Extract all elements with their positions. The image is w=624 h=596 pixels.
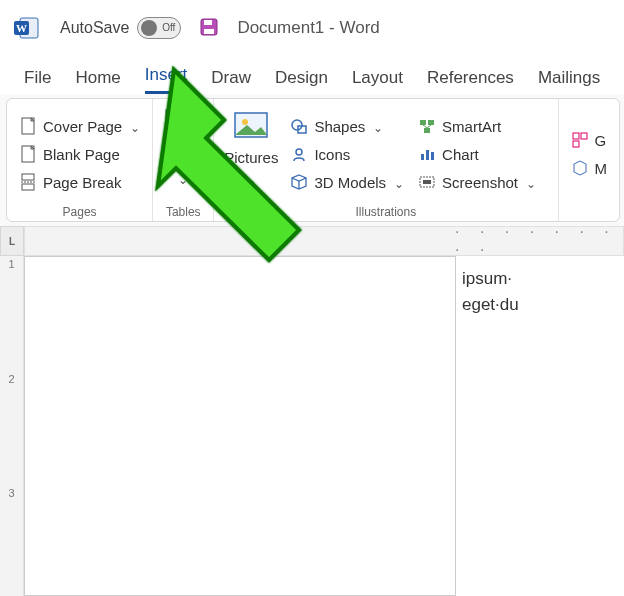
- icons-button[interactable]: Icons: [288, 143, 406, 165]
- doc-text-region[interactable]: ipsum· eget·du: [456, 256, 624, 596]
- toggle-knob-icon: [141, 20, 157, 36]
- word-logo-icon: W: [14, 16, 40, 40]
- ribbon-tabbar: File Home Insert Draw Design Layout Refe…: [0, 56, 624, 94]
- svg-point-18: [242, 119, 248, 125]
- document-title: Document1 - Word: [237, 18, 379, 38]
- save-icon[interactable]: [199, 17, 219, 40]
- svg-rect-9: [22, 184, 34, 190]
- svg-line-25: [423, 125, 427, 128]
- autosave-toggle[interactable]: Off: [137, 17, 181, 39]
- cover-page-label: Cover Page: [43, 118, 122, 135]
- vruler-1: 1: [0, 256, 23, 371]
- tab-file[interactable]: File: [24, 68, 51, 94]
- chevron-down-icon: [178, 170, 188, 187]
- chevron-down-icon: [524, 174, 536, 191]
- cover-page-button[interactable]: Cover Page: [17, 115, 142, 137]
- pictures-button[interactable]: Pictures: [224, 105, 278, 203]
- screenshot-button[interactable]: Screenshot: [416, 171, 538, 193]
- group-pages-label: Pages: [17, 205, 142, 219]
- grid-icon: [571, 131, 589, 149]
- page-break-label: Page Break: [43, 174, 121, 191]
- ruler-corner: L: [0, 226, 24, 256]
- svg-rect-24: [424, 128, 430, 133]
- doc-line-2: eget·du: [462, 292, 624, 318]
- right-button-g[interactable]: G: [569, 129, 610, 151]
- vruler-2: 2: [0, 371, 23, 486]
- svg-text:W: W: [16, 22, 27, 34]
- svg-rect-12: [166, 110, 200, 117]
- shapes-icon: [290, 117, 308, 135]
- chart-label: Chart: [442, 146, 479, 163]
- tab-draw[interactable]: Draw: [211, 68, 251, 94]
- page-canvas[interactable]: [24, 256, 456, 596]
- 3d-models-label: 3D Models: [314, 174, 386, 191]
- svg-rect-23: [428, 120, 434, 125]
- blank-page-label: Blank Page: [43, 146, 120, 163]
- right-button-m[interactable]: M: [569, 157, 610, 179]
- chevron-down-icon: [371, 118, 383, 135]
- doc-area: 1 2 3 ipsum· eget·du: [0, 256, 624, 596]
- group-illustrations-label: Illustrations: [224, 205, 547, 219]
- autosave-label: AutoSave: [60, 19, 129, 37]
- tab-mailings[interactable]: Mailings: [538, 68, 600, 94]
- svg-rect-34: [573, 141, 579, 147]
- group-tables: Table Tables: [152, 99, 213, 221]
- pictures-label: Pictures: [224, 149, 278, 166]
- shapes-button[interactable]: Shapes: [288, 115, 406, 137]
- page-break-button[interactable]: Page Break: [17, 171, 142, 193]
- group-pages: Cover Page Blank Page Page Break Pages: [7, 99, 152, 221]
- tab-references[interactable]: References: [427, 68, 514, 94]
- vertical-ruler[interactable]: 1 2 3: [0, 256, 24, 596]
- svg-rect-28: [426, 150, 429, 160]
- table-button[interactable]: Table: [163, 105, 203, 203]
- doc-line-1: ipsum·: [462, 266, 624, 292]
- tab-design[interactable]: Design: [275, 68, 328, 94]
- cube-icon: [290, 173, 308, 191]
- smartart-icon: [418, 117, 436, 135]
- chevron-down-icon: [392, 174, 404, 191]
- tab-insert[interactable]: Insert: [145, 65, 188, 94]
- tab-home[interactable]: Home: [75, 68, 120, 94]
- 3d-models-button[interactable]: 3D Models: [288, 171, 406, 193]
- hex-icon: [571, 159, 589, 177]
- svg-line-26: [427, 125, 431, 128]
- titlebar: W AutoSave Off Document1 - Word: [0, 0, 624, 56]
- svg-rect-4: [204, 20, 212, 25]
- group-tables-label: Tables: [163, 205, 203, 219]
- vruler-3: 3: [0, 485, 23, 596]
- group-right-label: [569, 205, 610, 219]
- page-break-icon: [19, 173, 37, 191]
- svg-rect-33: [581, 133, 587, 139]
- svg-point-21: [296, 149, 302, 155]
- right-m-label: M: [595, 160, 608, 177]
- cover-page-icon: [19, 117, 37, 135]
- ruler-area: L · · · · · · · · ·: [0, 226, 624, 256]
- svg-rect-22: [420, 120, 426, 125]
- tab-layout[interactable]: Layout: [352, 68, 403, 94]
- group-illustrations: Pictures Shapes Icons 3D Models: [213, 99, 557, 221]
- ribbon: Cover Page Blank Page Page Break Pages: [6, 98, 620, 222]
- svg-rect-32: [573, 133, 579, 139]
- screenshot-icon: [418, 173, 436, 191]
- chevron-down-icon: [246, 170, 256, 187]
- pictures-icon: [231, 105, 271, 145]
- svg-rect-31: [423, 180, 431, 184]
- chart-button[interactable]: Chart: [416, 143, 538, 165]
- icons-label: Icons: [314, 146, 350, 163]
- screenshot-label: Screenshot: [442, 174, 518, 191]
- shapes-label: Shapes: [314, 118, 365, 135]
- smartart-label: SmartArt: [442, 118, 501, 135]
- horizontal-ruler[interactable]: · · · · · · · · ·: [24, 226, 624, 256]
- chart-icon: [418, 145, 436, 163]
- svg-point-19: [292, 120, 302, 130]
- icons-icon: [290, 145, 308, 163]
- table-label: Table: [165, 149, 201, 166]
- blank-page-button[interactable]: Blank Page: [17, 143, 142, 165]
- right-g-label: G: [595, 132, 607, 149]
- group-right-partial: G M: [558, 99, 620, 221]
- chevron-down-icon: [128, 118, 140, 135]
- svg-rect-29: [431, 152, 434, 160]
- svg-rect-27: [421, 154, 424, 160]
- svg-rect-5: [204, 29, 214, 34]
- smartart-button[interactable]: SmartArt: [416, 115, 538, 137]
